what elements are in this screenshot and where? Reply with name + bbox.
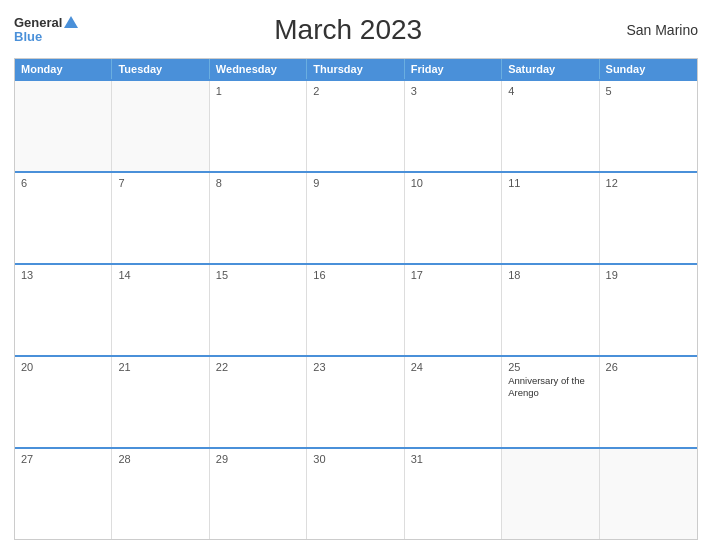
header: General Blue March 2023 San Marino bbox=[14, 10, 698, 50]
calendar-cell: 28 bbox=[112, 449, 209, 539]
calendar-cell bbox=[502, 449, 599, 539]
calendar-cell: 19 bbox=[600, 265, 697, 355]
logo-blue-text: Blue bbox=[14, 30, 42, 44]
calendar-cell: 4 bbox=[502, 81, 599, 171]
weekday-wednesday: Wednesday bbox=[210, 59, 307, 79]
calendar-cell: 3 bbox=[405, 81, 502, 171]
logo: General Blue bbox=[14, 16, 78, 45]
calendar-cell: 21 bbox=[112, 357, 209, 447]
calendar-cell: 2 bbox=[307, 81, 404, 171]
weekday-saturday: Saturday bbox=[502, 59, 599, 79]
cell-day-number: 22 bbox=[216, 361, 300, 373]
cell-day-number: 17 bbox=[411, 269, 495, 281]
calendar-cell bbox=[15, 81, 112, 171]
calendar-cell: 10 bbox=[405, 173, 502, 263]
cell-day-number: 21 bbox=[118, 361, 202, 373]
calendar-cell: 25Anniversary of the Arengo bbox=[502, 357, 599, 447]
cell-day-number: 13 bbox=[21, 269, 105, 281]
calendar-cell: 12 bbox=[600, 173, 697, 263]
weekday-tuesday: Tuesday bbox=[112, 59, 209, 79]
logo-triangle-icon bbox=[64, 16, 78, 28]
cell-day-number: 19 bbox=[606, 269, 691, 281]
calendar-cell: 30 bbox=[307, 449, 404, 539]
weekday-sunday: Sunday bbox=[600, 59, 697, 79]
cell-day-number: 23 bbox=[313, 361, 397, 373]
calendar-cell: 31 bbox=[405, 449, 502, 539]
cell-day-number: 3 bbox=[411, 85, 495, 97]
calendar-week-1: 12345 bbox=[15, 79, 697, 171]
cell-day-number: 24 bbox=[411, 361, 495, 373]
calendar: Monday Tuesday Wednesday Thursday Friday… bbox=[14, 58, 698, 540]
cell-day-number: 29 bbox=[216, 453, 300, 465]
calendar-cell: 26 bbox=[600, 357, 697, 447]
cell-day-number: 10 bbox=[411, 177, 495, 189]
cell-day-number: 2 bbox=[313, 85, 397, 97]
calendar-cell: 8 bbox=[210, 173, 307, 263]
calendar-cell: 16 bbox=[307, 265, 404, 355]
calendar-cell: 18 bbox=[502, 265, 599, 355]
calendar-title: March 2023 bbox=[78, 14, 618, 46]
calendar-cell: 15 bbox=[210, 265, 307, 355]
calendar-body: 1234567891011121314151617181920212223242… bbox=[15, 79, 697, 539]
cell-day-number: 26 bbox=[606, 361, 691, 373]
cell-day-number: 6 bbox=[21, 177, 105, 189]
cell-day-number: 14 bbox=[118, 269, 202, 281]
cell-day-number: 18 bbox=[508, 269, 592, 281]
cell-day-number: 16 bbox=[313, 269, 397, 281]
region-label: San Marino bbox=[618, 22, 698, 38]
cell-day-number: 30 bbox=[313, 453, 397, 465]
calendar-week-4: 202122232425Anniversary of the Arengo26 bbox=[15, 355, 697, 447]
cell-day-number: 15 bbox=[216, 269, 300, 281]
cell-day-number: 4 bbox=[508, 85, 592, 97]
calendar-cell: 20 bbox=[15, 357, 112, 447]
calendar-week-5: 2728293031 bbox=[15, 447, 697, 539]
calendar-cell: 5 bbox=[600, 81, 697, 171]
cell-day-number: 1 bbox=[216, 85, 300, 97]
calendar-header: Monday Tuesday Wednesday Thursday Friday… bbox=[15, 59, 697, 79]
calendar-cell bbox=[600, 449, 697, 539]
cell-day-number: 9 bbox=[313, 177, 397, 189]
weekday-thursday: Thursday bbox=[307, 59, 404, 79]
calendar-cell: 11 bbox=[502, 173, 599, 263]
calendar-cell: 17 bbox=[405, 265, 502, 355]
calendar-cell: 13 bbox=[15, 265, 112, 355]
calendar-week-3: 13141516171819 bbox=[15, 263, 697, 355]
cell-day-number: 25 bbox=[508, 361, 592, 373]
calendar-week-2: 6789101112 bbox=[15, 171, 697, 263]
calendar-cell: 9 bbox=[307, 173, 404, 263]
cell-day-number: 8 bbox=[216, 177, 300, 189]
weekday-friday: Friday bbox=[405, 59, 502, 79]
cell-day-number: 12 bbox=[606, 177, 691, 189]
cell-day-number: 11 bbox=[508, 177, 592, 189]
calendar-cell bbox=[112, 81, 209, 171]
calendar-cell: 1 bbox=[210, 81, 307, 171]
cell-day-number: 28 bbox=[118, 453, 202, 465]
calendar-cell: 23 bbox=[307, 357, 404, 447]
weekday-monday: Monday bbox=[15, 59, 112, 79]
calendar-page: General Blue March 2023 San Marino Monda… bbox=[0, 0, 712, 550]
calendar-cell: 22 bbox=[210, 357, 307, 447]
calendar-cell: 29 bbox=[210, 449, 307, 539]
calendar-cell: 24 bbox=[405, 357, 502, 447]
cell-day-number: 27 bbox=[21, 453, 105, 465]
calendar-cell: 6 bbox=[15, 173, 112, 263]
cell-day-number: 5 bbox=[606, 85, 691, 97]
logo-general-text: General bbox=[14, 16, 62, 30]
calendar-cell: 14 bbox=[112, 265, 209, 355]
cell-day-number: 7 bbox=[118, 177, 202, 189]
cell-day-number: 20 bbox=[21, 361, 105, 373]
cell-event: Anniversary of the Arengo bbox=[508, 375, 592, 400]
calendar-cell: 7 bbox=[112, 173, 209, 263]
cell-day-number: 31 bbox=[411, 453, 495, 465]
calendar-cell: 27 bbox=[15, 449, 112, 539]
